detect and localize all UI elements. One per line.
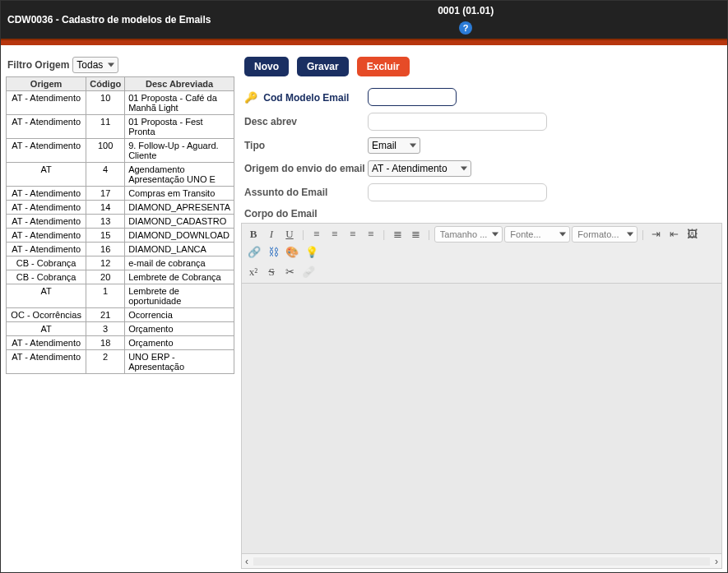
chevron-down-icon xyxy=(410,144,416,148)
table-row[interactable]: AT - Atendimento1001 Proposta - Café da … xyxy=(7,91,234,115)
row-tipo: Tipo Email xyxy=(244,137,722,154)
cell-origem: AT xyxy=(7,284,86,308)
align-right-button[interactable]: ≡ xyxy=(345,226,361,243)
cell-codigo: 16 xyxy=(86,243,125,256)
table-row[interactable]: CB - Cobrança20Lembrete de Cobrança xyxy=(7,270,234,284)
scroll-track[interactable] xyxy=(253,557,710,566)
scroll-right-arrow[interactable]: › xyxy=(715,556,718,567)
tipo-label: Tipo xyxy=(244,140,368,151)
cell-origem: AT - Atendimento xyxy=(7,139,86,163)
align-left-button[interactable]: ≡ xyxy=(308,226,325,243)
table-row[interactable]: AT3Orçamento xyxy=(7,322,234,336)
underline-button[interactable]: U xyxy=(281,226,298,243)
rte-body[interactable] xyxy=(241,283,722,554)
cell-desc: Orçamento xyxy=(125,336,234,350)
table-row[interactable]: AT - Atendimento1009. Follow-Up - Aguard… xyxy=(7,139,234,163)
cell-origem: AT - Atendimento xyxy=(7,187,86,201)
cell-codigo: 11 xyxy=(86,115,125,139)
indent-button[interactable]: ⇥ xyxy=(648,226,665,243)
help-button[interactable]: ? xyxy=(459,21,472,35)
cell-origem: OC - Ocorrências xyxy=(7,308,86,322)
font-size-select[interactable]: Tamanho ... xyxy=(434,226,503,243)
content-area: Filtro Origem Todas Origem Código Desc A… xyxy=(1,45,727,572)
cell-codigo: 14 xyxy=(86,201,125,215)
cell-codigo: 3 xyxy=(86,322,125,336)
tipo-select[interactable]: Email xyxy=(368,137,420,154)
font-family-select[interactable]: Fonte... xyxy=(504,226,570,243)
filter-row: Filtro Origem Todas xyxy=(6,53,234,76)
cell-origem: AT xyxy=(7,163,86,187)
eraser-button[interactable]: 🩹 xyxy=(299,264,318,280)
table-row[interactable]: AT - Atendimento17Compras em Transito xyxy=(7,187,234,201)
scroll-left-arrow[interactable]: ‹ xyxy=(245,556,248,567)
cell-desc: Lembrete de Cobrança xyxy=(125,270,234,284)
table-row[interactable]: AT - Atendimento18Orçamento xyxy=(7,336,234,350)
color-button[interactable]: 🎨 xyxy=(283,244,301,261)
row-origem: Origem do envio do email AT - Atendiment… xyxy=(244,160,722,177)
tipo-value: Email xyxy=(372,140,396,151)
bold-button[interactable]: B xyxy=(245,226,262,243)
assunto-input[interactable] xyxy=(368,183,547,201)
ordered-list-button[interactable]: ≣ xyxy=(389,226,406,243)
excluir-button[interactable]: Excluir xyxy=(357,57,410,76)
table-row[interactable]: AT - Atendimento13DIAMOND_CADASTRO xyxy=(7,215,234,229)
link-button[interactable]: 🔗 xyxy=(245,244,263,261)
align-center-button[interactable]: ≡ xyxy=(327,226,343,243)
cell-desc: DIAMOND_LANCA xyxy=(125,243,234,256)
horizontal-scrollbar[interactable]: ‹ › xyxy=(241,554,722,569)
filter-label: Filtro Origem xyxy=(7,59,69,71)
novo-button[interactable]: Novo xyxy=(244,57,289,76)
cell-origem: AT xyxy=(7,322,86,336)
strike-button[interactable]: S xyxy=(263,264,280,280)
align-justify-button[interactable]: ≡ xyxy=(363,226,379,243)
cell-codigo: 13 xyxy=(86,215,125,229)
col-desc-header: Desc Abreviada xyxy=(125,77,234,91)
table-row[interactable]: CB - Cobrança12e-mail de cobrança xyxy=(7,256,234,270)
window-code: 0001 (01.01) xyxy=(438,5,494,16)
image-button[interactable]: 🖼 xyxy=(684,226,701,243)
cell-desc: DIAMOND_APRESENTA xyxy=(125,201,234,215)
cell-codigo: 15 xyxy=(86,229,125,243)
cell-desc: Ocorrencia xyxy=(125,308,234,322)
cell-origem: AT - Atendimento xyxy=(7,91,86,115)
table-row[interactable]: AT - Atendimento2UNO ERP - Apresentação xyxy=(7,350,234,374)
left-panel: Filtro Origem Todas Origem Código Desc A… xyxy=(6,53,234,564)
table-row[interactable]: AT - Atendimento15DIAMOND_DOWNLOAD xyxy=(7,229,234,243)
cell-codigo: 17 xyxy=(86,187,125,201)
table-row[interactable]: AT4Agendamento Apresentação UNO E xyxy=(7,163,234,187)
cell-desc: 9. Follow-Up - Aguard. Cliente xyxy=(125,139,234,163)
cell-origem: CB - Cobrança xyxy=(7,256,86,270)
chevron-down-icon xyxy=(492,233,498,237)
filter-origem-select[interactable]: Todas xyxy=(72,57,118,73)
chevron-down-icon xyxy=(627,233,633,237)
table-row[interactable]: AT - Atendimento1101 Proposta - Fest Pro… xyxy=(7,115,234,139)
table-row[interactable]: AT1Lembrete de oportunidade xyxy=(7,284,234,308)
desc-label: Desc abrev xyxy=(244,116,368,127)
rte-toolbar: B I U | ≡ ≡ ≡ ≡ | ≣ ≣ | Tamanho ... xyxy=(241,223,722,283)
unlink-button[interactable]: ⛓ xyxy=(265,244,281,261)
separator: | xyxy=(299,226,307,243)
table-row[interactable]: AT - Atendimento14DIAMOND_APRESENTA xyxy=(7,201,234,215)
remove-format-button[interactable]: ✂ xyxy=(281,264,298,280)
italic-button[interactable]: I xyxy=(263,226,280,243)
unordered-list-button[interactable]: ≣ xyxy=(407,226,424,243)
table-row[interactable]: OC - Ocorrências21Ocorrencia xyxy=(7,308,234,322)
cell-origem: AT - Atendimento xyxy=(7,350,86,374)
row-desc: Desc abrev xyxy=(244,113,722,131)
assunto-label: Assunto do Email xyxy=(244,187,368,198)
gravar-button[interactable]: Gravar xyxy=(297,57,349,76)
right-panel: Novo Gravar Excluir 🔑 Cod Modelo Email D… xyxy=(241,53,722,564)
row-assunto: Assunto do Email xyxy=(244,183,722,201)
format-select[interactable]: Formato... xyxy=(572,226,638,243)
cod-modelo-input[interactable] xyxy=(368,88,457,106)
separator: | xyxy=(425,226,433,243)
outdent-button[interactable]: ⇤ xyxy=(666,226,683,243)
cell-codigo: 2 xyxy=(86,350,125,374)
origem-label: Origem do envio do email xyxy=(244,163,368,174)
origem-envio-select[interactable]: AT - Atendimento xyxy=(368,160,471,177)
bulb-icon[interactable]: 💡 xyxy=(303,244,321,261)
superscript-button[interactable]: x² xyxy=(245,264,262,280)
desc-abrev-input[interactable] xyxy=(368,113,547,131)
table-row[interactable]: AT - Atendimento16DIAMOND_LANCA xyxy=(7,243,234,256)
key-icon: 🔑 xyxy=(244,91,257,104)
